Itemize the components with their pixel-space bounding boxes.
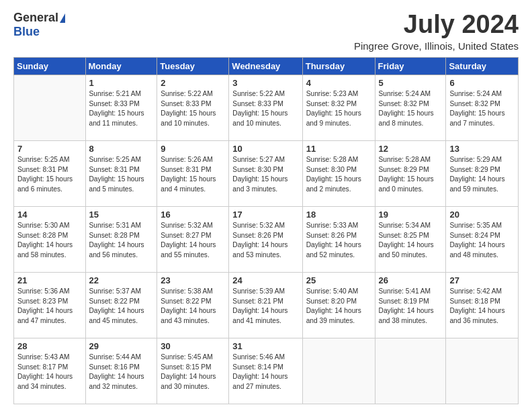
cell-daylight-info: Sunrise: 5:30 AMSunset: 8:28 PMDaylight:… — [17, 221, 82, 261]
month-title: July 2024 — [354, 11, 519, 39]
day-number: 16 — [161, 210, 225, 220]
day-number: 12 — [379, 144, 443, 154]
logo: General Blue — [13, 11, 65, 39]
cell-daylight-info: Sunrise: 5:21 AMSunset: 8:33 PMDaylight:… — [89, 89, 154, 129]
day-number: 4 — [306, 78, 371, 88]
cell-daylight-info: Sunrise: 5:39 AMSunset: 8:21 PMDaylight:… — [232, 287, 298, 326]
day-number: 5 — [379, 78, 443, 88]
calendar-cell: 20Sunrise: 5:35 AMSunset: 8:24 PMDayligh… — [446, 206, 519, 272]
col-header-friday: Friday — [375, 57, 446, 75]
calendar-cell: 9Sunrise: 5:26 AMSunset: 8:31 PMDaylight… — [157, 140, 229, 206]
day-number: 31 — [232, 341, 298, 351]
calendar-cell — [375, 338, 446, 404]
day-number: 11 — [306, 144, 371, 154]
day-number: 26 — [379, 275, 443, 285]
day-number: 30 — [161, 341, 225, 351]
calendar-week-2: 7Sunrise: 5:25 AMSunset: 8:31 PMDaylight… — [14, 140, 519, 206]
header: General Blue July 2024 Pingree Grove, Il… — [13, 11, 519, 52]
day-number: 28 — [17, 341, 82, 351]
calendar-cell: 8Sunrise: 5:25 AMSunset: 8:31 PMDaylight… — [85, 140, 157, 206]
title-block: July 2024 Pingree Grove, Illinois, Unite… — [354, 11, 519, 52]
logo-line2: Blue — [13, 25, 40, 39]
cell-daylight-info: Sunrise: 5:22 AMSunset: 8:33 PMDaylight:… — [161, 89, 225, 129]
calendar-cell: 10Sunrise: 5:27 AMSunset: 8:30 PMDayligh… — [229, 140, 302, 206]
day-number: 14 — [17, 210, 82, 220]
day-number: 18 — [306, 210, 371, 220]
calendar-cell: 15Sunrise: 5:31 AMSunset: 8:28 PMDayligh… — [85, 206, 157, 272]
calendar-week-5: 28Sunrise: 5:43 AMSunset: 8:17 PMDayligh… — [14, 338, 519, 404]
location: Pingree Grove, Illinois, United States — [354, 40, 519, 52]
day-number: 23 — [161, 275, 225, 285]
calendar-header-row: SundayMondayTuesdayWednesdayThursdayFrid… — [14, 57, 519, 75]
day-number: 7 — [17, 144, 82, 154]
calendar-cell: 17Sunrise: 5:32 AMSunset: 8:26 PMDayligh… — [229, 206, 302, 272]
calendar-cell: 31Sunrise: 5:46 AMSunset: 8:14 PMDayligh… — [229, 338, 302, 404]
calendar-cell — [446, 338, 519, 404]
calendar-cell: 28Sunrise: 5:43 AMSunset: 8:17 PMDayligh… — [14, 338, 86, 404]
cell-daylight-info: Sunrise: 5:35 AMSunset: 8:24 PMDaylight:… — [449, 221, 515, 261]
day-number: 1 — [89, 78, 154, 88]
col-header-monday: Monday — [85, 57, 157, 75]
cell-daylight-info: Sunrise: 5:36 AMSunset: 8:23 PMDaylight:… — [17, 287, 82, 326]
day-number: 8 — [89, 144, 154, 154]
day-number: 17 — [232, 210, 298, 220]
cell-daylight-info: Sunrise: 5:28 AMSunset: 8:30 PMDaylight:… — [306, 155, 371, 195]
calendar-cell: 13Sunrise: 5:29 AMSunset: 8:29 PMDayligh… — [446, 140, 519, 206]
logo-triangle-icon — [60, 13, 65, 23]
cell-daylight-info: Sunrise: 5:45 AMSunset: 8:15 PMDaylight:… — [161, 353, 225, 392]
calendar-cell: 18Sunrise: 5:33 AMSunset: 8:26 PMDayligh… — [302, 206, 375, 272]
calendar-cell: 6Sunrise: 5:24 AMSunset: 8:32 PMDaylight… — [446, 75, 519, 140]
calendar-week-3: 14Sunrise: 5:30 AMSunset: 8:28 PMDayligh… — [14, 206, 519, 272]
logo-general: General — [13, 11, 58, 25]
day-number: 19 — [379, 210, 443, 220]
calendar-cell: 21Sunrise: 5:36 AMSunset: 8:23 PMDayligh… — [14, 272, 86, 338]
day-number: 6 — [449, 78, 515, 88]
col-header-tuesday: Tuesday — [157, 57, 229, 75]
calendar-cell: 14Sunrise: 5:30 AMSunset: 8:28 PMDayligh… — [14, 206, 86, 272]
cell-daylight-info: Sunrise: 5:33 AMSunset: 8:26 PMDaylight:… — [306, 221, 371, 261]
calendar-cell: 3Sunrise: 5:22 AMSunset: 8:33 PMDaylight… — [229, 75, 302, 140]
cell-daylight-info: Sunrise: 5:29 AMSunset: 8:29 PMDaylight:… — [449, 155, 515, 195]
calendar-cell: 2Sunrise: 5:22 AMSunset: 8:33 PMDaylight… — [157, 75, 229, 140]
calendar-cell: 25Sunrise: 5:40 AMSunset: 8:20 PMDayligh… — [302, 272, 375, 338]
col-header-wednesday: Wednesday — [229, 57, 302, 75]
calendar-cell: 23Sunrise: 5:38 AMSunset: 8:22 PMDayligh… — [157, 272, 229, 338]
cell-daylight-info: Sunrise: 5:32 AMSunset: 8:26 PMDaylight:… — [232, 221, 298, 261]
cell-daylight-info: Sunrise: 5:23 AMSunset: 8:32 PMDaylight:… — [306, 89, 371, 129]
cell-daylight-info: Sunrise: 5:28 AMSunset: 8:29 PMDaylight:… — [379, 155, 443, 195]
day-number: 22 — [89, 275, 154, 285]
cell-daylight-info: Sunrise: 5:27 AMSunset: 8:30 PMDaylight:… — [232, 155, 298, 195]
calendar-cell — [14, 75, 86, 140]
calendar-week-1: 1Sunrise: 5:21 AMSunset: 8:33 PMDaylight… — [14, 75, 519, 140]
logo-line1: General — [13, 11, 65, 25]
day-number: 24 — [232, 275, 298, 285]
day-number: 13 — [449, 144, 515, 154]
cell-daylight-info: Sunrise: 5:22 AMSunset: 8:33 PMDaylight:… — [232, 89, 298, 129]
calendar-cell: 12Sunrise: 5:28 AMSunset: 8:29 PMDayligh… — [375, 140, 446, 206]
cell-daylight-info: Sunrise: 5:25 AMSunset: 8:31 PMDaylight:… — [17, 155, 82, 195]
calendar-cell: 22Sunrise: 5:37 AMSunset: 8:22 PMDayligh… — [85, 272, 157, 338]
day-number: 9 — [161, 144, 225, 154]
calendar-cell: 30Sunrise: 5:45 AMSunset: 8:15 PMDayligh… — [157, 338, 229, 404]
calendar-cell: 5Sunrise: 5:24 AMSunset: 8:32 PMDaylight… — [375, 75, 446, 140]
day-number: 21 — [17, 275, 82, 285]
calendar-cell: 16Sunrise: 5:32 AMSunset: 8:27 PMDayligh… — [157, 206, 229, 272]
logo-blue: Blue — [13, 25, 40, 39]
cell-daylight-info: Sunrise: 5:34 AMSunset: 8:25 PMDaylight:… — [379, 221, 443, 261]
cell-daylight-info: Sunrise: 5:32 AMSunset: 8:27 PMDaylight:… — [161, 221, 225, 261]
calendar-cell: 4Sunrise: 5:23 AMSunset: 8:32 PMDaylight… — [302, 75, 375, 140]
cell-daylight-info: Sunrise: 5:24 AMSunset: 8:32 PMDaylight:… — [379, 89, 443, 129]
cell-daylight-info: Sunrise: 5:24 AMSunset: 8:32 PMDaylight:… — [449, 89, 515, 129]
calendar-cell: 19Sunrise: 5:34 AMSunset: 8:25 PMDayligh… — [375, 206, 446, 272]
cell-daylight-info: Sunrise: 5:43 AMSunset: 8:17 PMDaylight:… — [17, 353, 82, 392]
day-number: 20 — [449, 210, 515, 220]
calendar-cell: 26Sunrise: 5:41 AMSunset: 8:19 PMDayligh… — [375, 272, 446, 338]
calendar-cell: 11Sunrise: 5:28 AMSunset: 8:30 PMDayligh… — [302, 140, 375, 206]
cell-daylight-info: Sunrise: 5:46 AMSunset: 8:14 PMDaylight:… — [232, 353, 298, 392]
calendar-cell: 29Sunrise: 5:44 AMSunset: 8:16 PMDayligh… — [85, 338, 157, 404]
day-number: 3 — [232, 78, 298, 88]
cell-daylight-info: Sunrise: 5:31 AMSunset: 8:28 PMDaylight:… — [89, 221, 154, 261]
page: General Blue July 2024 Pingree Grove, Il… — [0, 0, 532, 411]
day-number: 25 — [306, 275, 371, 285]
calendar-cell: 24Sunrise: 5:39 AMSunset: 8:21 PMDayligh… — [229, 272, 302, 338]
